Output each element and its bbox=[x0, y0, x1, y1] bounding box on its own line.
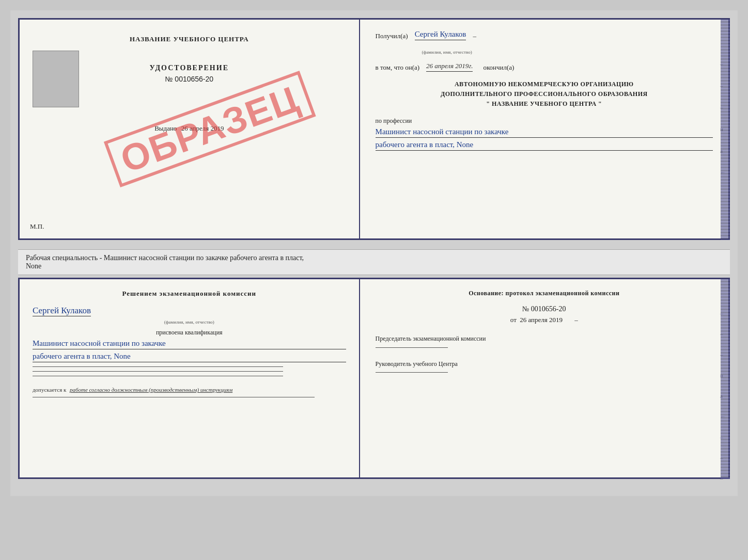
mp-label: М.П. bbox=[30, 222, 44, 231]
dopuskaetsya-prefix: допускается к bbox=[33, 387, 66, 393]
bottom-name: Сергей Кулаков bbox=[33, 306, 91, 316]
org-line2: ДОПОЛНИТЕЛЬНОГО ПРОФЕССИОНАЛЬНОГО ОБРАЗО… bbox=[376, 89, 713, 99]
org-line3: " НАЗВАНИЕ УЧЕБНОГО ЦЕНТРА " bbox=[376, 99, 713, 109]
bottom-spine-right bbox=[721, 278, 730, 479]
profession-line2: рабочего агента в пласт, None bbox=[376, 140, 713, 151]
predsedatel-title: Председатель экзаменационной комиссии bbox=[376, 334, 713, 343]
ot-prefix: от bbox=[510, 316, 517, 324]
bottom-name-hint: (фамилия, имя, отчество) bbox=[33, 319, 346, 325]
okonchil-text: окончил(а) bbox=[483, 63, 514, 72]
org-block: АВТОНОМНУЮ НЕКОММЕРЧЕСКУЮ ОРГАНИЗАЦИЮ ДО… bbox=[376, 79, 713, 109]
spine-right-decoration bbox=[721, 18, 730, 240]
rukovoditel-signature-line bbox=[376, 372, 448, 373]
school-name-top: НАЗВАНИЕ УЧЕБНОГО ЦЕНТРА bbox=[33, 35, 346, 43]
qual-line2: рабочего агента в пласт, None bbox=[33, 352, 346, 362]
osnovanie-title: Основание: протокол экзаменационной коми… bbox=[376, 290, 713, 297]
vtom-line: в том, что он(а) 26 апреля 2019г. окончи… bbox=[376, 62, 713, 72]
poluchil-prefix: Получил(а) bbox=[376, 32, 408, 40]
bottom-cert-right-panel: Основание: протокол экзаменационной коми… bbox=[360, 279, 728, 477]
top-cert-right-panel: Получил(а) Сергей Кулаков – (фамилия, им… bbox=[360, 20, 728, 238]
poluchil-line: Получил(а) Сергей Кулаков – bbox=[376, 30, 713, 40]
bottom-certificate: Решением экзаменационной комиссии Сергей… bbox=[18, 278, 730, 479]
poluchil-dash: – bbox=[473, 32, 476, 40]
dopuskaetsya-text: работе согласно должностным (производств… bbox=[70, 387, 232, 393]
prisvoena-label: присвоена квалификация bbox=[33, 329, 346, 337]
ot-date: 26 апреля 2019 bbox=[520, 316, 563, 324]
vtom-prefix: в том, что он(а) bbox=[376, 63, 420, 72]
rukovoditel-title: Руководитель учебного Центра bbox=[376, 360, 713, 369]
qual-line1: Машинист насосной станции по закачке bbox=[33, 339, 346, 349]
predsedatel-signature-line bbox=[376, 347, 448, 348]
po-professii: по профессии bbox=[376, 117, 713, 125]
protocol-number: № 0010656-20 bbox=[376, 305, 713, 313]
rukovoditel-block: Руководитель учебного Центра bbox=[376, 360, 713, 377]
protocol-date: от 26 апреля 2019 – bbox=[376, 316, 713, 324]
predsedatel-block: Председатель экзаменационной комиссии bbox=[376, 334, 713, 352]
description-text: Рабочая специальность - Машинист насосно… bbox=[26, 254, 304, 262]
top-certificate: НАЗВАНИЕ УЧЕБНОГО ЦЕНТРА УДОСТОВЕРЕНИЕ №… bbox=[18, 18, 730, 240]
poluchil-name-hint: (фамилия, имя, отчество) bbox=[422, 50, 472, 55]
org-line1: АВТОНОМНУЮ НЕКОММЕРЧЕСКУЮ ОРГАНИЗАЦИЮ bbox=[376, 79, 713, 89]
dopuskaetsya-block: допускается к работе согласно должностны… bbox=[33, 387, 346, 393]
top-cert-left-panel: НАЗВАНИЕ УЧЕБНОГО ЦЕНТРА УДОСТОВЕРЕНИЕ №… bbox=[20, 20, 360, 238]
resheniem-title: Решением экзаменационной комиссии bbox=[33, 290, 346, 298]
vtom-date: 26 апреля 2019г. bbox=[426, 62, 473, 72]
date-dash: – bbox=[574, 316, 578, 324]
description-text2: None bbox=[26, 262, 41, 270]
bottom-cert-left-panel: Решением экзаменационной комиссии Сергей… bbox=[20, 279, 360, 477]
poluchil-name: Сергей Кулаков bbox=[415, 30, 466, 40]
profession-line1: Машинист насосной станции по закачке bbox=[376, 127, 713, 138]
description-line: Рабочая специальность - Машинист насосно… bbox=[18, 249, 730, 275]
